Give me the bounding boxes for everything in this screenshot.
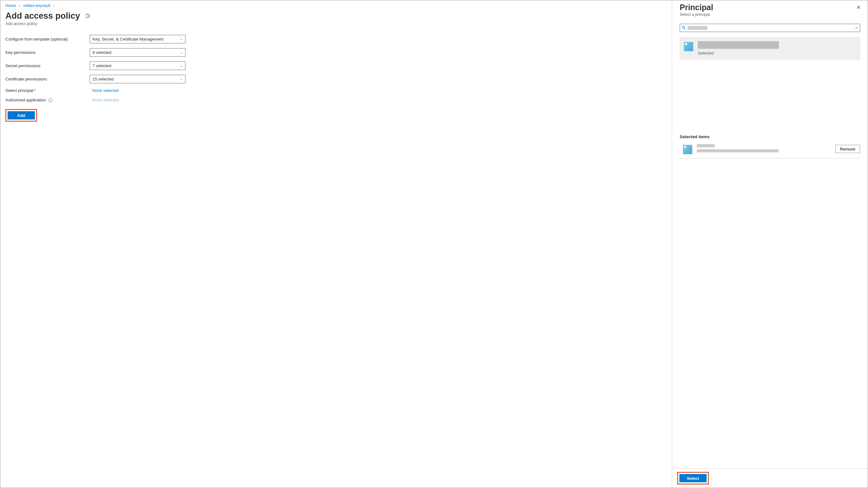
- select-principal-link[interactable]: None selected: [90, 88, 119, 93]
- principal-search-input[interactable]: ×: [680, 24, 860, 32]
- add-button[interactable]: Add: [8, 111, 35, 120]
- main-content: Home › nellies-keyvault › Add access pol…: [0, 0, 672, 488]
- breadcrumb-home[interactable]: Home: [5, 3, 16, 8]
- page-title: Add access policy: [5, 11, 80, 21]
- chevron-right-icon: ›: [53, 3, 55, 8]
- secret-permissions-value: 7 selected: [93, 63, 111, 68]
- add-button-highlight: Add: [5, 109, 37, 122]
- breadcrumb-keyvault[interactable]: nellies-keyvault: [23, 3, 50, 8]
- app-frame: Home › nellies-keyvault › Add access pol…: [0, 0, 868, 488]
- secret-permissions-label: Secret permissions: [5, 63, 90, 68]
- search-result-item[interactable]: Selected: [680, 37, 860, 60]
- key-permissions-label: Key permissions: [5, 50, 90, 55]
- pin-icon[interactable]: [85, 11, 90, 20]
- panel-subtitle: Select a principal: [680, 12, 860, 17]
- principal-panel: Principal Select a principal ✕ × Selecte…: [672, 0, 868, 488]
- certificate-permissions-label: Certificate permissions: [5, 77, 90, 82]
- selected-item-row: Remove: [680, 142, 860, 158]
- template-label: Configure from template (optional): [5, 37, 90, 41]
- search-value-redacted: [688, 26, 707, 30]
- clear-icon[interactable]: ×: [855, 25, 858, 30]
- selected-name-redacted: [697, 144, 715, 148]
- select-button[interactable]: Select: [679, 474, 707, 482]
- key-permissions-dropdown[interactable]: 9 selected ⌵: [90, 48, 185, 57]
- search-icon: [682, 26, 686, 30]
- result-name-redacted: [698, 41, 779, 49]
- panel-footer: Select: [672, 468, 868, 488]
- template-dropdown[interactable]: Key, Secret, & Certificate Management ⌵: [90, 35, 185, 43]
- info-icon[interactable]: i: [49, 98, 53, 102]
- chevron-down-icon: ⌵: [180, 51, 183, 55]
- template-dropdown-value: Key, Secret, & Certificate Management: [93, 37, 163, 41]
- authorized-application-link: None selected: [90, 98, 119, 102]
- certificate-permissions-value: 15 selected: [93, 77, 114, 82]
- secret-permissions-dropdown[interactable]: 7 selected ⌵: [90, 62, 185, 70]
- select-principal-label: Select principal*: [5, 88, 90, 93]
- avatar: [684, 42, 693, 51]
- chevron-down-icon: ⌵: [180, 77, 183, 81]
- result-status: Selected: [698, 51, 856, 56]
- close-icon[interactable]: ✕: [856, 5, 861, 10]
- selected-items-heading: Selected items: [680, 134, 860, 139]
- certificate-permissions-dropdown[interactable]: 15 selected ⌵: [90, 75, 185, 83]
- avatar: [683, 145, 692, 154]
- svg-point-1: [683, 26, 685, 28]
- svg-rect-0: [86, 14, 89, 18]
- key-permissions-value: 9 selected: [93, 50, 111, 55]
- authorized-application-label: Authorized application i: [5, 98, 90, 102]
- panel-title: Principal: [680, 3, 860, 12]
- page-subtitle: Add access policy: [5, 22, 667, 26]
- chevron-right-icon: ›: [19, 3, 20, 8]
- remove-button[interactable]: Remove: [835, 145, 860, 153]
- select-button-highlight: Select: [677, 472, 709, 485]
- selected-id-redacted: [697, 149, 779, 153]
- chevron-down-icon: ⌵: [180, 64, 183, 68]
- breadcrumb: Home › nellies-keyvault ›: [5, 3, 667, 8]
- chevron-down-icon: ⌵: [180, 37, 183, 41]
